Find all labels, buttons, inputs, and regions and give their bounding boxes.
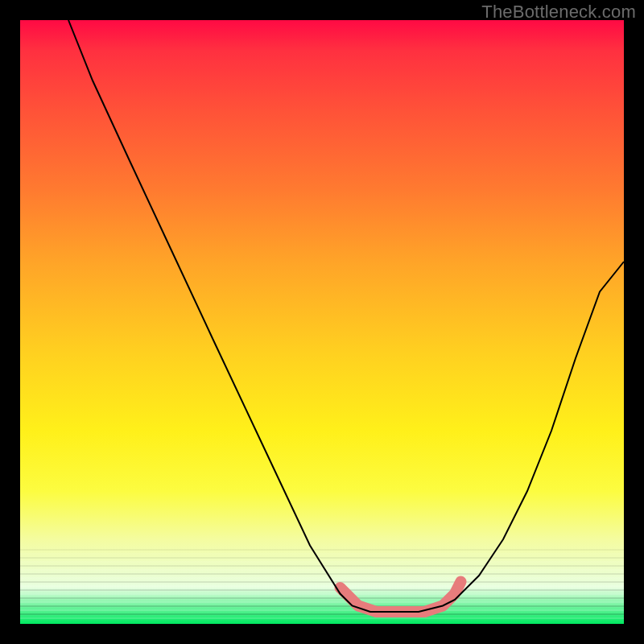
bottleneck-curve [20,20,624,624]
curve-line [68,20,624,612]
plot-area [20,20,624,624]
chart-frame: TheBottleneck.com [0,0,644,644]
